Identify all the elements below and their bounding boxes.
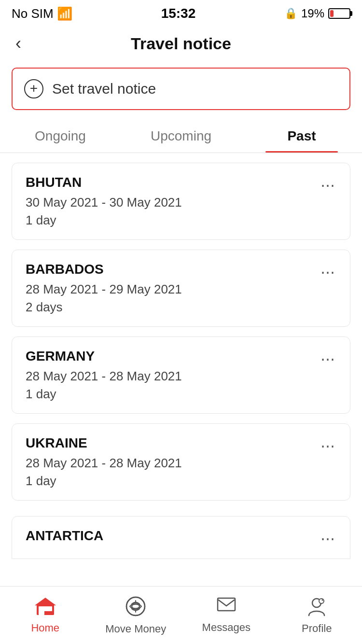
card-info: GERMANY 28 May 2021 - 28 May 2021 1 day	[26, 349, 182, 402]
card-duration: 1 day	[26, 387, 182, 402]
svg-rect-7	[218, 598, 235, 611]
messages-icon	[217, 597, 236, 618]
profile-icon	[307, 596, 326, 619]
nav-move-money[interactable]: Move Money	[91, 596, 181, 635]
page-title: Travel notice	[131, 34, 231, 53]
card-info: BARBADOS 28 May 2021 - 29 May 2021 2 day…	[26, 262, 182, 315]
set-travel-notice-button[interactable]: + Set travel notice	[12, 68, 350, 110]
nav-home-label: Home	[31, 622, 59, 634]
battery-status: 🔒 19%	[284, 7, 350, 20]
card-country: UKRAINE	[26, 435, 182, 451]
travel-card: GERMANY 28 May 2021 - 28 May 2021 1 day …	[12, 336, 350, 414]
card-menu-button[interactable]: ⋯	[320, 435, 336, 456]
partial-travel-card: ANTARTICA ⋯	[12, 516, 350, 559]
card-info: BHUTAN 30 May 2021 - 30 May 2021 1 day	[26, 175, 182, 228]
page-header: ‹ Travel notice	[0, 25, 362, 62]
card-duration: 2 days	[26, 300, 182, 315]
set-notice-label: Set travel notice	[52, 81, 156, 97]
nav-messages[interactable]: Messages	[181, 597, 272, 634]
travel-card: BARBADOS 28 May 2021 - 29 May 2021 2 day…	[12, 250, 350, 327]
svg-point-6	[126, 597, 145, 616]
time-display: 15:32	[161, 6, 196, 21]
status-bar: No SIM 📶 15:32 🔒 19%	[0, 0, 362, 25]
lock-icon: 🔒	[284, 7, 297, 20]
move-money-icon	[125, 596, 146, 620]
card-country: GERMANY	[26, 349, 182, 364]
card-country: ANTARTICA	[26, 528, 103, 544]
nav-move-money-label: Move Money	[105, 623, 166, 635]
battery-icon	[328, 8, 350, 19]
card-duration: 1 day	[26, 474, 182, 489]
travel-card: UKRAINE 28 May 2021 - 28 May 2021 1 day …	[12, 423, 350, 501]
bottom-nav: Home Move Money Messages	[0, 586, 362, 644]
card-duration: 1 day	[26, 213, 182, 228]
nav-home[interactable]: Home	[0, 597, 91, 634]
svg-point-11	[322, 599, 323, 601]
card-dates: 28 May 2021 - 29 May 2021	[26, 282, 182, 297]
card-menu-button[interactable]: ⋯	[320, 175, 336, 196]
battery-percent: 19%	[301, 7, 324, 20]
tab-bar: Ongoing Upcoming Past	[0, 120, 362, 153]
travel-cards-list: BHUTAN 30 May 2021 - 30 May 2021 1 day ⋯…	[0, 157, 362, 516]
tab-ongoing[interactable]: Ongoing	[0, 120, 121, 153]
back-button[interactable]: ‹	[12, 33, 25, 54]
tab-upcoming[interactable]: Upcoming	[121, 120, 241, 153]
card-country: BARBADOS	[26, 262, 182, 277]
card-menu-button[interactable]: ⋯	[320, 528, 336, 549]
card-dates: 28 May 2021 - 28 May 2021	[26, 369, 182, 384]
tab-past[interactable]: Past	[241, 120, 362, 153]
nav-profile[interactable]: Profile	[272, 596, 362, 635]
plus-icon: +	[24, 79, 43, 98]
card-country: BHUTAN	[26, 175, 182, 190]
card-menu-button[interactable]: ⋯	[320, 262, 336, 282]
card-info: ANTARTICA	[26, 528, 103, 548]
card-info: UKRAINE 28 May 2021 - 28 May 2021 1 day	[26, 435, 182, 489]
wifi-icon: 📶	[57, 6, 72, 21]
svg-marker-3	[35, 598, 56, 605]
nav-profile-label: Profile	[302, 622, 332, 635]
card-menu-button[interactable]: ⋯	[320, 349, 336, 369]
card-dates: 28 May 2021 - 28 May 2021	[26, 456, 182, 471]
nav-messages-label: Messages	[202, 621, 251, 634]
svg-rect-4	[43, 606, 47, 611]
signal-status: No SIM 📶	[12, 6, 72, 21]
travel-card: BHUTAN 30 May 2021 - 30 May 2021 1 day ⋯	[12, 163, 350, 240]
home-icon	[35, 597, 56, 619]
card-dates: 30 May 2021 - 30 May 2021	[26, 195, 182, 210]
